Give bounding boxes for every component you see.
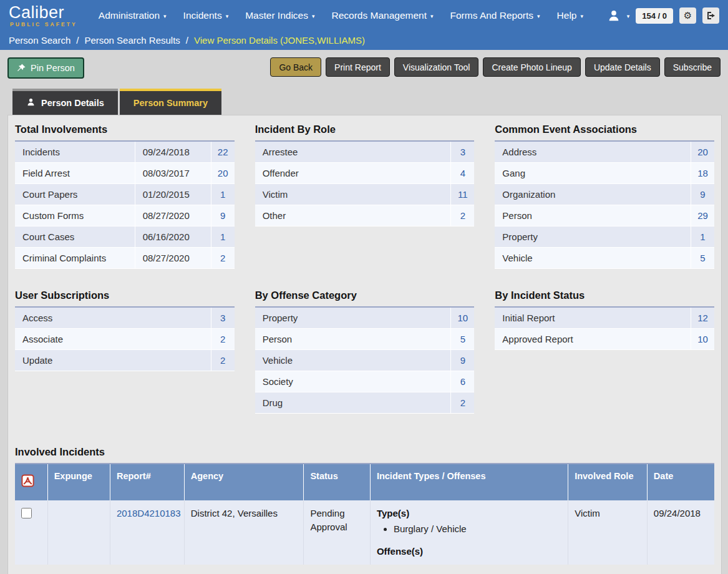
row-count[interactable]: 1 [211, 184, 235, 205]
menu-label: Administration [99, 10, 160, 21]
row-count[interactable]: 29 [691, 205, 714, 226]
row-count[interactable]: 9 [450, 350, 474, 371]
row-label: Other [255, 205, 451, 226]
row-count[interactable]: 2 [211, 350, 235, 371]
menu-administration[interactable]: Administration▾ [99, 10, 167, 21]
table-row: Property10 [255, 308, 475, 329]
section-title: By Incident Status [495, 289, 714, 301]
column-header-involved-role: Involved Role [568, 464, 648, 500]
menu-label: Master Indices [245, 10, 308, 21]
row-count[interactable]: 2 [211, 248, 235, 268]
row-label: Custom Forms [15, 205, 135, 226]
row-count[interactable]: 2 [450, 392, 474, 413]
menu-records-management[interactable]: Records Management▾ [332, 10, 434, 21]
menu-help[interactable]: Help▾ [557, 10, 583, 21]
table-row: Arrestee3 [255, 142, 475, 163]
logout-button[interactable] [702, 7, 719, 24]
menu-incidents[interactable]: Incidents▾ [183, 10, 229, 21]
row-count[interactable]: 4 [450, 163, 474, 183]
row-label: Incidents [15, 142, 135, 162]
row-date: 09/24/2018 [135, 142, 211, 162]
menu-label: Forms And Reports [450, 10, 534, 21]
column-header-expunge: Expunge [48, 464, 110, 500]
pin-person-button[interactable]: Pin Person [7, 57, 84, 79]
column-header-pdf [15, 464, 48, 500]
gear-icon: ⚙ [684, 10, 692, 21]
tab-person-summary[interactable]: Person Summary [120, 89, 221, 115]
table-row: Criminal Complaints08/27/20202 [15, 248, 235, 269]
select-cell [15, 500, 48, 565]
row-count[interactable]: 2 [450, 205, 474, 226]
row-count[interactable]: 18 [691, 163, 714, 183]
summary-table: Arrestee3Offender4Victim11Other2 [255, 142, 475, 226]
incidents-table-head: ExpungeReport#AgencyStatusIncident Types… [15, 464, 714, 500]
breadcrumb-person-search[interactable]: Person Search [9, 35, 70, 46]
update-details-button[interactable]: Update Details [585, 57, 660, 77]
table-row: Vehicle5 [495, 248, 714, 269]
user-menu-chevron-down-icon[interactable]: ▾ [627, 13, 630, 19]
menu-label: Help [557, 10, 577, 21]
row-count[interactable]: 22 [211, 142, 235, 162]
row-count[interactable]: 6 [450, 371, 474, 392]
chevron-down-icon: ▾ [580, 13, 583, 19]
chevron-down-icon: ▾ [312, 13, 315, 19]
report-link[interactable]: 2018D4210183 [117, 508, 181, 518]
user-icon[interactable] [607, 9, 621, 22]
table-row: Society6 [255, 371, 475, 392]
expunge-cell [48, 500, 110, 565]
row-count[interactable]: 11 [450, 184, 474, 205]
table-row: Access3 [15, 308, 235, 329]
row-count[interactable]: 10 [450, 308, 474, 328]
involved-incidents-section: Involved Incidents ExpungeReport#AgencyS… [15, 446, 714, 565]
logout-icon [706, 11, 716, 21]
tab-person-details[interactable]: Person Details [12, 89, 118, 115]
row-count[interactable]: 1 [211, 226, 235, 247]
row-label: Victim [255, 184, 451, 205]
agency-cell: District 42, Versailles [184, 500, 304, 565]
tab-bar: Person DetailsPerson Summary [12, 89, 728, 115]
row-count[interactable]: 5 [691, 248, 714, 268]
row-label: Vehicle [255, 350, 451, 371]
section-title: Incident By Role [255, 124, 475, 135]
menu-master-indices[interactable]: Master Indices▾ [245, 10, 314, 21]
row-label: Associate [15, 329, 211, 349]
main-menu: Administration▾Incidents▾Master Indices▾… [99, 10, 583, 21]
table-row: Associate2 [15, 329, 235, 350]
row-count[interactable]: 12 [691, 308, 714, 328]
create-photo-lineup-button[interactable]: Create Photo Lineup [483, 57, 580, 77]
go-back-button[interactable]: Go Back [270, 57, 321, 77]
type-item: Burglary / Vehicle [394, 522, 561, 536]
date-cell: 09/24/2018 [647, 500, 714, 565]
row-count[interactable]: 3 [211, 308, 235, 328]
menu-forms-and-reports[interactable]: Forms And Reports▾ [450, 10, 540, 21]
pdf-export-icon[interactable] [21, 474, 34, 491]
table-row: Address20 [495, 142, 714, 163]
caliber-logo[interactable]: Caliber PUBLIC SAFETY [9, 4, 77, 27]
subscribe-button[interactable]: Subscribe [664, 57, 721, 77]
row-count[interactable]: 9 [691, 184, 714, 205]
row-count[interactable]: 2 [211, 329, 235, 349]
table-row: Person5 [255, 329, 475, 350]
toolbar: Pin Person Go BackPrint ReportVisualizat… [0, 50, 728, 79]
pin-icon [17, 64, 26, 72]
nav-row: Caliber PUBLIC SAFETY Administration▾Inc… [0, 0, 728, 30]
session-count-badge: 154 / 0 [636, 8, 673, 24]
row-count[interactable]: 9 [211, 205, 235, 226]
table-row: Vehicle9 [255, 350, 475, 371]
row-label: Arrestee [255, 142, 451, 162]
settings-button[interactable]: ⚙ [679, 7, 696, 24]
row-label: Field Arrest [15, 163, 135, 183]
row-checkbox[interactable] [21, 508, 32, 518]
row-count[interactable]: 3 [450, 142, 474, 162]
logo-title: Caliber [9, 4, 77, 21]
row-count[interactable]: 10 [691, 329, 714, 349]
row-count[interactable]: 1 [691, 226, 714, 247]
row-label: Person [255, 329, 451, 349]
chevron-down-icon: ▾ [163, 13, 167, 19]
visualization-tool-button[interactable]: Visualization Tool [394, 57, 479, 77]
print-report-button[interactable]: Print Report [326, 57, 390, 77]
row-count[interactable]: 5 [450, 329, 474, 349]
row-count[interactable]: 20 [691, 142, 714, 162]
row-count[interactable]: 20 [211, 163, 235, 183]
breadcrumb-person-search-results[interactable]: Person Search Results [84, 35, 180, 46]
